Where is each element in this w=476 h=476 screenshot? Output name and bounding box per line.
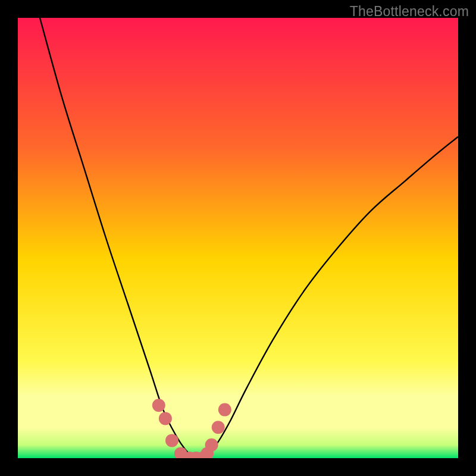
marker-dot <box>218 403 231 416</box>
marker-dot <box>159 412 172 425</box>
marker-dot <box>205 439 218 452</box>
chart-frame: TheBottleneck.com <box>0 0 476 476</box>
marker-dot <box>212 421 225 434</box>
bottleneck-curve <box>18 18 458 458</box>
curve-right-branch <box>203 137 458 458</box>
marker-dot <box>152 399 165 412</box>
plot-area <box>18 18 458 458</box>
marker-dot <box>165 434 178 447</box>
curve-left-branch <box>40 18 194 458</box>
watermark-text: TheBottleneck.com <box>350 4 469 20</box>
highlight-markers <box>152 399 231 458</box>
